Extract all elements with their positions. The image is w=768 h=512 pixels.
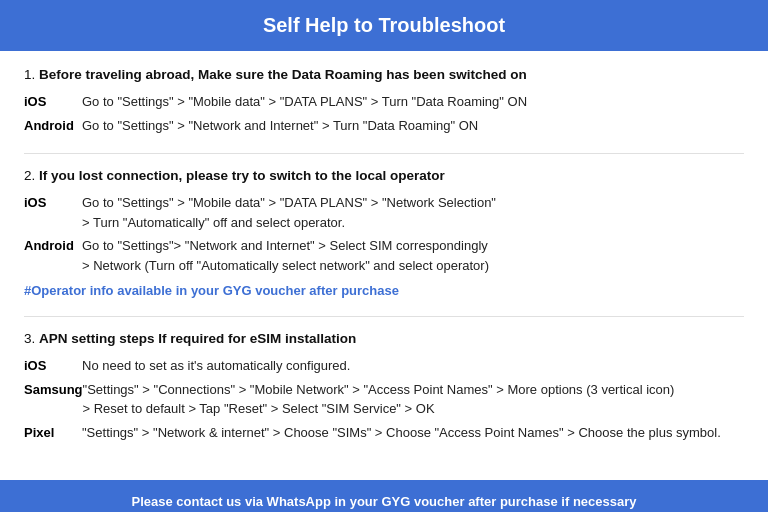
platform-label: Pixel (24, 423, 82, 443)
main-content: 1. Before traveling abroad, Make sure th… (0, 51, 768, 476)
item-text: Go to "Settings" > "Mobile data" > "DATA… (82, 92, 744, 112)
item-text: Go to "Settings" > "Network and Internet… (82, 116, 744, 136)
item-text: Go to "Settings" > "Mobile data" > "DATA… (82, 193, 744, 232)
list-item: iOSGo to "Settings" > "Mobile data" > "D… (24, 193, 744, 232)
item-text: Go to "Settings"> "Network and Internet"… (82, 236, 744, 275)
item-text: No need to set as it's automatically con… (82, 356, 744, 376)
page-footer: Please contact us via WhatsApp in your G… (0, 480, 768, 512)
page-header: Self Help to Troubleshoot (0, 0, 768, 51)
list-item: iOSGo to "Settings" > "Mobile data" > "D… (24, 92, 744, 112)
section-3-heading: 3. APN setting steps If required for eSI… (24, 331, 744, 346)
platform-label: Android (24, 116, 82, 136)
item-text: "Settings" > "Network & internet" > Choo… (82, 423, 744, 443)
list-item: Samsung"Settings" > "Connections" > "Mob… (24, 380, 744, 419)
section-3: 3. APN setting steps If required for eSI… (24, 331, 744, 442)
platform-label: Samsung (24, 380, 83, 419)
list-item: iOSNo need to set as it's automatically … (24, 356, 744, 376)
highlight-text: #Operator info available in your GYG vou… (24, 283, 744, 298)
section-divider (24, 316, 744, 317)
page-title: Self Help to Troubleshoot (263, 14, 505, 36)
platform-label: iOS (24, 193, 82, 232)
section-2: 2. If you lost connection, please try to… (24, 168, 744, 298)
list-item: Pixel"Settings" > "Network & internet" >… (24, 423, 744, 443)
section-1-heading: 1. Before traveling abroad, Make sure th… (24, 67, 744, 82)
platform-label: iOS (24, 92, 82, 112)
list-item: AndroidGo to "Settings" > "Network and I… (24, 116, 744, 136)
section-1: 1. Before traveling abroad, Make sure th… (24, 67, 744, 135)
section-2-heading: 2. If you lost connection, please try to… (24, 168, 744, 183)
list-item: AndroidGo to "Settings"> "Network and In… (24, 236, 744, 275)
item-text: "Settings" > "Connections" > "Mobile Net… (83, 380, 744, 419)
platform-label: iOS (24, 356, 82, 376)
platform-label: Android (24, 236, 82, 275)
section-divider (24, 153, 744, 154)
footer-line1: Please contact us via WhatsApp in your G… (20, 494, 748, 509)
